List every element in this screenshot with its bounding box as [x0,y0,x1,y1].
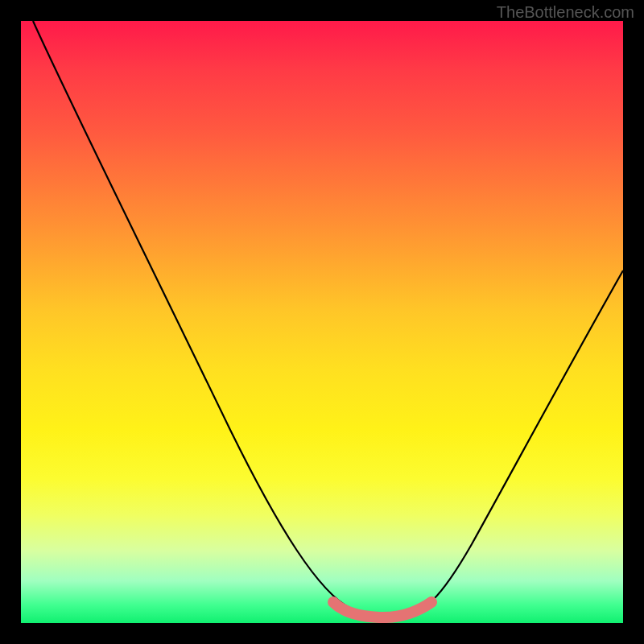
chart-plot-area [21,21,623,623]
highlight-segment [333,602,431,617]
watermark-text: TheBottleneck.com [497,3,634,22]
bottleneck-curve [21,21,623,623]
curve-path [33,21,623,617]
